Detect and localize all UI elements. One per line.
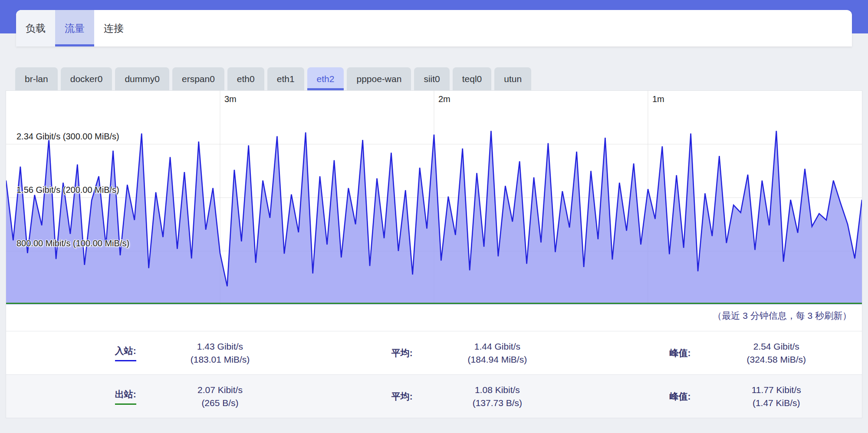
inbound-avg-bytes: (184.94 MiB/s) bbox=[413, 353, 582, 366]
inbound-label: 入站: bbox=[6, 345, 136, 361]
outbound-peak-label: 峰值: bbox=[582, 390, 690, 403]
main-tab-bar: 负载 流量 连接 bbox=[16, 10, 852, 46]
time-label: 3m bbox=[224, 94, 237, 104]
outbound-label-text: 出站: bbox=[115, 388, 136, 405]
interface-tab-dummy0[interactable]: dummy0 bbox=[115, 67, 169, 90]
outbound-current-value: 2.07 Kibit/s (265 B/s) bbox=[136, 383, 304, 410]
time-label: 1m bbox=[652, 94, 664, 104]
chart-svg bbox=[6, 91, 862, 304]
inbound-peak-value: 2.54 Gibit/s (324.58 MiB/s) bbox=[691, 340, 862, 366]
interface-tab-docker0[interactable]: docker0 bbox=[61, 67, 112, 90]
traffic-chart: 2.34 Gibit/s (300.00 MiB/s)1.56 Gibit/s … bbox=[6, 91, 862, 304]
inbound-label-text: 入站: bbox=[115, 345, 136, 361]
outbound-peak-bytes: (1.47 KiB/s) bbox=[691, 397, 862, 410]
outbound-avg-bytes: (137.73 B/s) bbox=[413, 397, 582, 410]
stats-row-inbound: 入站: 1.43 Gibit/s (183.01 MiB/s) 平均: 1.44… bbox=[6, 331, 862, 374]
main-tab-traffic[interactable]: 流量 bbox=[55, 10, 94, 46]
y-axis-label: 1.56 Gibit/s (200.00 MiB/s) bbox=[16, 185, 119, 195]
interface-tab-eth1[interactable]: eth1 bbox=[267, 67, 304, 90]
interface-tab-teql0[interactable]: teql0 bbox=[453, 67, 492, 90]
main-tab-load[interactable]: 负载 bbox=[16, 10, 55, 46]
outbound-avg-label: 平均: bbox=[304, 390, 412, 403]
inbound-avg-bits: 1.44 Gibit/s bbox=[413, 340, 582, 353]
inbound-current-bits: 1.43 Gibit/s bbox=[136, 340, 304, 353]
interface-tab-eth0[interactable]: eth0 bbox=[227, 67, 264, 90]
interface-tab-eth2[interactable]: eth2 bbox=[307, 67, 344, 90]
outbound-avg-value: 1.08 Kibit/s (137.73 B/s) bbox=[413, 383, 582, 410]
interface-tab-utun[interactable]: utun bbox=[494, 67, 531, 90]
outbound-current-bits: 2.07 Kibit/s bbox=[136, 383, 304, 397]
inbound-avg-value: 1.44 Gibit/s (184.94 MiB/s) bbox=[413, 340, 582, 366]
y-axis-label: 2.34 Gibit/s (300.00 MiB/s) bbox=[16, 132, 119, 142]
inbound-peak-bits: 2.54 Gibit/s bbox=[691, 340, 862, 353]
outbound-current-bytes: (265 B/s) bbox=[136, 397, 304, 410]
inbound-avg-label: 平均: bbox=[304, 347, 412, 359]
main-tab-connections[interactable]: 连接 bbox=[94, 10, 133, 46]
interface-tab-pppoe-wan[interactable]: pppoe-wan bbox=[347, 67, 411, 90]
interface-tabs: br-landocker0dummy0erspan0eth0eth1eth2pp… bbox=[15, 67, 862, 90]
refresh-note: （最近 3 分钟信息，每 3 秒刷新） bbox=[6, 304, 862, 331]
outbound-avg-bits: 1.08 Kibit/s bbox=[413, 383, 582, 397]
inbound-current-value: 1.43 Gibit/s (183.01 MiB/s) bbox=[136, 340, 304, 366]
traffic-card: 2.34 Gibit/s (300.00 MiB/s)1.56 Gibit/s … bbox=[6, 90, 862, 418]
interface-tab-siit0[interactable]: siit0 bbox=[414, 67, 449, 90]
outbound-peak-value: 11.77 Kibit/s (1.47 KiB/s) bbox=[691, 383, 862, 410]
y-axis-label: 800.00 Mibit/s (100.00 MiB/s) bbox=[16, 238, 129, 248]
interface-tab-br-lan[interactable]: br-lan bbox=[15, 67, 58, 90]
time-label: 2m bbox=[438, 94, 450, 104]
stats-row-outbound: 出站: 2.07 Kibit/s (265 B/s) 平均: 1.08 Kibi… bbox=[6, 374, 862, 418]
inbound-current-bytes: (183.01 MiB/s) bbox=[136, 353, 304, 366]
inbound-peak-bytes: (324.58 MiB/s) bbox=[691, 353, 862, 366]
outbound-peak-bits: 11.77 Kibit/s bbox=[691, 383, 862, 397]
outbound-label: 出站: bbox=[6, 388, 136, 405]
interface-tab-erspan0[interactable]: erspan0 bbox=[172, 67, 224, 90]
inbound-peak-label: 峰值: bbox=[582, 347, 690, 359]
